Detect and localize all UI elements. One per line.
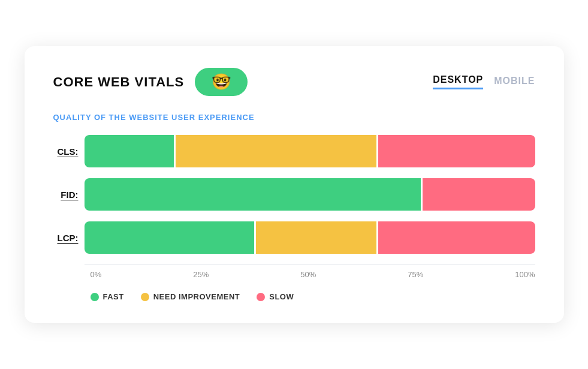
axis: 0% 25% 50% 75% 100% (85, 265, 535, 279)
legend-need-improvement: NEED IMPROVEMENT (141, 292, 240, 301)
seg-cls-green (85, 135, 174, 167)
header-left: CORE WEB VITALS 🤓 (53, 68, 248, 96)
legend: FAST NEED IMPROVEMENT SLOW (85, 292, 535, 301)
emoji-badge: 🤓 (195, 68, 248, 96)
axis-label-100: 100% (515, 270, 535, 279)
chart-area: CLS: FID: LCP: (53, 135, 535, 301)
legend-label-need-improvement: NEED IMPROVEMENT (153, 292, 240, 301)
legend-dot-need-improvement (141, 293, 149, 301)
page-title: CORE WEB VITALS (53, 74, 185, 90)
bar-container-lcp (85, 221, 535, 254)
seg-lcp-red (378, 221, 535, 254)
seg-cls-yellow (176, 135, 377, 167)
legend-dot-slow (257, 293, 265, 301)
legend-label-slow: SLOW (269, 292, 294, 301)
bar-container-cls (85, 135, 535, 167)
tab-desktop[interactable]: DESKTOP (433, 74, 483, 89)
seg-lcp-yellow (256, 221, 376, 254)
bar-row-fid: FID: (53, 178, 535, 211)
bar-label-cls: CLS: (53, 146, 85, 157)
header-tabs: DESKTOP MOBILE (433, 74, 535, 89)
bar-row-cls: CLS: (53, 135, 535, 167)
bar-container-fid (85, 178, 535, 211)
bar-label-fid: FID: (53, 190, 85, 200)
chart-subtitle: QUALITY OF THE WEBSITE USER EXPERIENCE (53, 113, 535, 122)
bar-label-lcp: LCP: (53, 233, 85, 243)
axis-label-50: 50% (300, 270, 316, 279)
axis-label-25: 25% (193, 270, 209, 279)
card: CORE WEB VITALS 🤓 DESKTOP MOBILE QUALITY… (25, 46, 564, 323)
seg-fid-green (85, 178, 421, 211)
header: CORE WEB VITALS 🤓 DESKTOP MOBILE (53, 68, 535, 96)
seg-lcp-green (85, 221, 254, 254)
axis-label-0: 0% (91, 270, 102, 279)
legend-fast: FAST (91, 292, 124, 301)
bar-row-lcp: LCP: (53, 221, 535, 254)
tab-mobile[interactable]: MOBILE (494, 76, 535, 89)
legend-slow: SLOW (257, 292, 294, 301)
seg-fid-red (423, 178, 535, 211)
legend-label-fast: FAST (103, 292, 124, 301)
axis-label-75: 75% (408, 270, 423, 279)
emoji-icon: 🤓 (212, 73, 231, 91)
axis-labels: 0% 25% 50% 75% 100% (91, 270, 535, 279)
legend-dot-fast (91, 293, 99, 301)
seg-cls-red (378, 135, 535, 167)
